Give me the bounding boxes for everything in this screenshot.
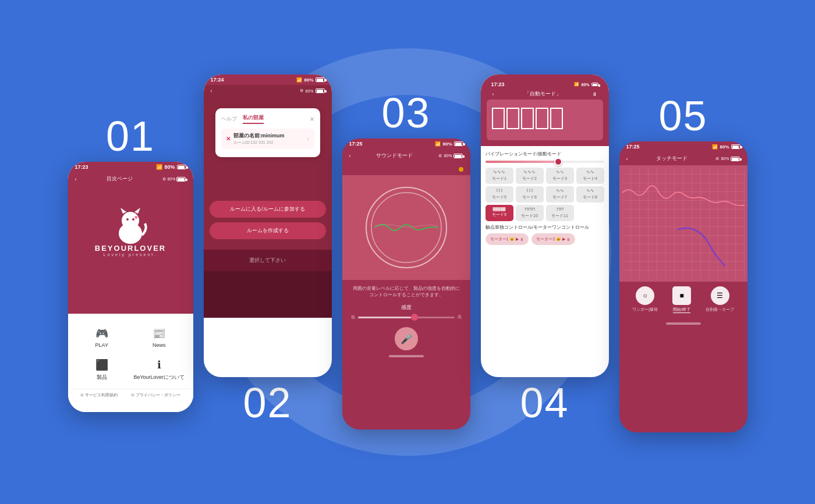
tab-help[interactable]: ヘルプ: [221, 115, 237, 123]
phone3-desc: 周囲の音量レベルに応じて、製品の強度を自動的にコントロールすることができます。: [351, 286, 462, 298]
status-dot-area: [342, 162, 470, 175]
battery-icon-4: [591, 83, 598, 86]
room-info: 部屋の名前:minimum ルームID:132 331 242: [233, 132, 285, 145]
mode-label-7: モード7: [552, 194, 567, 200]
intensity-track[interactable]: [486, 161, 604, 163]
mode-btn-1[interactable]: ∿∿∿ モード1: [486, 168, 513, 184]
sensitivity-label: 感度: [351, 304, 462, 311]
mode-label-4: バイブレーションモード/振動モード: [486, 151, 604, 157]
one-shot-btn[interactable]: ○ ワンポー(爆発: [632, 286, 658, 313]
nav-title-1: 目次ページ: [107, 175, 133, 183]
join-room-btn[interactable]: ルームに入る/ルームに参加する: [210, 201, 326, 218]
battery-nav-2: [316, 88, 325, 93]
mode-btn-11[interactable]: ⊓⊓ モード11: [546, 205, 574, 221]
battery-icon-3: [454, 141, 463, 146]
settings-icon-1: ⚙: [162, 177, 166, 182]
auto-curve-btn[interactable]: ☰ 自割曲→カーブ: [706, 286, 734, 313]
svg-rect-8: [492, 108, 504, 129]
back-btn-5[interactable]: ‹: [626, 156, 628, 162]
sensitivity-slider-row: 低 高: [351, 314, 462, 320]
mode-btn-6[interactable]: ⌇⌇⌇ モード6: [516, 186, 544, 203]
motor-1-btn[interactable]: モーター1 🐱 ▶ ⏸: [486, 233, 529, 245]
room-status-icon: ✕: [226, 136, 231, 142]
about-icon: ℹ: [157, 359, 161, 371]
one-shot-label: ワンポー(爆発: [632, 307, 658, 313]
play-icon: 🎮: [95, 327, 108, 340]
screen-col-4: 17:23 📶 80% ‹ 「自動モード」 ⏸: [481, 74, 609, 424]
brand-sub: Lovely present.: [104, 253, 157, 257]
nav-bar-3: ‹ サウンドモード ⚙ 80%: [342, 149, 470, 162]
svg-rect-12: [551, 108, 562, 129]
status-icons-4: 📶 80%: [574, 82, 598, 87]
back-btn-2[interactable]: ‹: [211, 88, 212, 94]
mode-btn-10[interactable]: ⊓⊓⊓ モード10: [516, 205, 544, 221]
battery-text-1: 80%: [167, 177, 175, 181]
tab-my-room[interactable]: 私の部屋: [243, 114, 264, 124]
phone-5: 17:25 📶 80% ‹ タッチモード ⚙ 80%: [619, 141, 747, 432]
pause-btn-4[interactable]: ⏸: [592, 91, 597, 97]
menu-item-news[interactable]: 📰 News: [131, 322, 187, 353]
intensity-fill: [486, 161, 557, 163]
screen-col-5: 05 17:25 📶 80% ‹ タッチモード ⚙ 80%: [619, 95, 747, 432]
screen-col-3: 03 17:25 📶 80% ‹ サウンドモード ⚙ 80%: [342, 92, 470, 430]
back-btn-1[interactable]: ‹: [75, 176, 77, 182]
mode-label-6: モード6: [522, 194, 537, 200]
intensity-slider: [486, 161, 604, 163]
phone1-bottom-section: 🎮 PLAY 📰 News ⬛ 製品 ℹ BeYourLoverについて: [68, 314, 193, 412]
mode-btn-2[interactable]: ∿∿∿ モード2: [516, 168, 544, 184]
mode-btn-7[interactable]: ∿∿ モード7: [546, 186, 574, 203]
motor-1-pause: ⏸: [520, 237, 524, 242]
menu-item-about[interactable]: ℹ BeYourLoverについて: [131, 354, 187, 386]
mode-btn-4[interactable]: ∿∿ モード4: [576, 168, 604, 184]
mode-btn-8[interactable]: ∿∿ モード8: [576, 186, 604, 203]
phone2-footer: 選択して下さい: [204, 250, 332, 271]
mode-label-11: モード11: [551, 213, 568, 219]
sensitivity-slider[interactable]: [358, 317, 455, 318]
room-arrow-icon: ›: [307, 135, 310, 143]
footer-select-text: 選択して下さい: [249, 257, 286, 263]
footer-privacy[interactable]: ⊙ プライバシー・ポリシー: [131, 392, 180, 398]
close-btn[interactable]: ×: [310, 115, 314, 123]
room-row[interactable]: ✕ 部屋の名前:minimum ルームID:132 331 242 ›: [221, 129, 314, 149]
mode-label-1: モード1: [492, 176, 506, 182]
mode-wave-4: ∿∿: [586, 170, 594, 175]
signal-icon-1: 📶: [156, 164, 162, 170]
low-label: 低: [351, 314, 355, 320]
mode-wave-1: ∿∿∿: [493, 170, 505, 175]
start-stop-label: 開始/終了: [673, 307, 690, 313]
motor-2-btn[interactable]: モーター2 🐱 ▶ ⏸: [531, 233, 575, 245]
status-bar-2: 17:24 📶 80%: [204, 74, 332, 85]
phone4-controls: バイブレーションモード/振動モード ∿∿∿ モード1 ∿∿∿: [481, 146, 609, 250]
create-room-btn[interactable]: ルームを作成する: [210, 222, 326, 239]
battery-icon-nav-1: [176, 177, 186, 182]
mode-wave-2: ∿∿∿: [523, 170, 536, 175]
battery-icon-1: [177, 165, 186, 169]
battery-icon-5: [731, 144, 740, 149]
back-btn-3[interactable]: ‹: [349, 153, 351, 159]
motor-buttons: モーター1 🐱 ▶ ⏸ モーター2 🐱 ▶ ⏸: [486, 233, 604, 245]
settings-icon-2: ⚙: [300, 88, 303, 93]
mode-btn-5[interactable]: ⌇⌇⌇ モード5: [486, 186, 513, 203]
mode-btn-3[interactable]: ∿∿ モード3: [546, 168, 574, 184]
back-btn-4[interactable]: ‹: [492, 91, 494, 97]
high-label: 高: [458, 314, 462, 320]
phone5-draw-area[interactable]: [619, 165, 747, 282]
start-stop-btn[interactable]: ■ 開始/終了: [672, 286, 691, 313]
slider-fill: [358, 317, 411, 318]
mode-btn-9[interactable]: ▓▓▓▓▓ モード9: [486, 205, 513, 221]
mic-button[interactable]: 🎤: [395, 327, 418, 350]
menu-item-play[interactable]: 🎮 PLAY: [74, 322, 130, 353]
sound-circle: [366, 187, 447, 268]
nav-bar-5: ‹ タッチモード ⚙ 80%: [619, 152, 747, 165]
screen-number-3: 03: [381, 92, 430, 134]
phone-1: 17:23 📶 80% ‹ 目次ページ ⚙ 80%: [68, 162, 193, 412]
phone3-bottom: 周囲の音量レベルに応じて、製品の強度を自動的にコントロールすることができます。 …: [342, 280, 470, 365]
auto-curve-label: 自割曲→カーブ: [706, 307, 734, 313]
mode-grid: ∿∿∿ モード1 ∿∿∿ モード2 ∿∿ モード3 ∿∿ モード4: [486, 168, 604, 221]
menu-item-products[interactable]: ⬛ 製品: [74, 354, 130, 386]
mode-wave-6: ⌇⌇⌇: [526, 189, 533, 193]
screen-col-2: 17:24 📶 80% ‹ ⚙ 80%: [204, 74, 332, 424]
footer-tos[interactable]: ⊙ サービス利用規約: [80, 392, 118, 398]
phone2-dialog-area: ヘルプ 私の部屋 × ✕ 部屋の名前:minimum ルームID:132 331…: [204, 97, 332, 166]
phone2-extra-footer: [204, 271, 332, 318]
